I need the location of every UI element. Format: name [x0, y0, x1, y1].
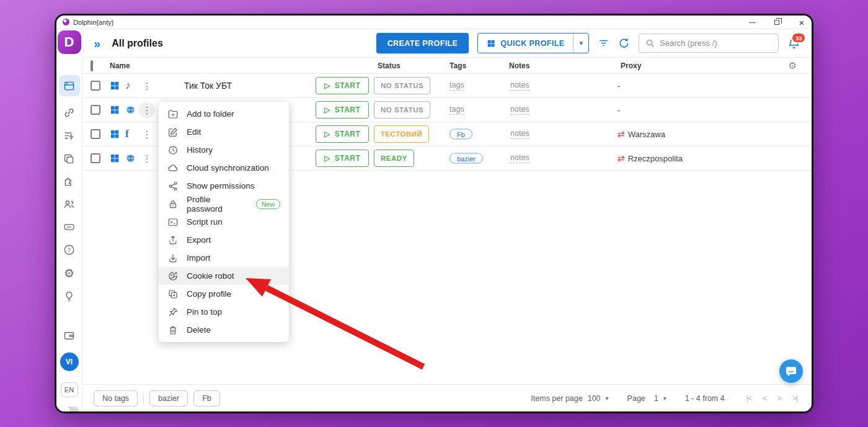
sidebar-item-help[interactable]: ? — [59, 240, 80, 259]
sidebar-item-profiles[interactable] — [59, 75, 80, 96]
row-checkbox[interactable] — [91, 105, 100, 115]
page-caret-icon[interactable]: ▾ — [663, 395, 666, 402]
row-menu-button[interactable]: ⋮ — [139, 126, 155, 142]
menu-item-add-to-folder[interactable]: Add to folder — [159, 105, 289, 123]
cloud-icon — [167, 163, 179, 174]
sidebar-item-automation[interactable] — [59, 127, 80, 145]
proxy-value: Warszawa — [628, 130, 665, 139]
column-tags[interactable]: Tags — [450, 61, 466, 70]
trash-icon — [167, 325, 179, 336]
column-name[interactable]: Name — [110, 61, 130, 70]
menu-item-cookie-robot[interactable]: Cookie robot — [159, 267, 289, 285]
page-value[interactable]: 1 — [654, 394, 658, 403]
start-button[interactable]: ▷START — [316, 77, 369, 94]
cookie-icon — [167, 271, 179, 282]
theme-toggle[interactable]: ☼ — [60, 407, 79, 413]
row-menu-button[interactable]: ⋮ — [139, 150, 155, 166]
table-footer: No tags bazier Fb Items per page 100 ▾ P… — [82, 384, 812, 411]
notes-placeholder[interactable]: notes — [510, 129, 529, 139]
prev-page-button[interactable]: < — [760, 394, 769, 403]
menu-item-history[interactable]: History — [159, 141, 289, 159]
expand-sidebar-icon[interactable]: » — [94, 37, 99, 50]
next-page-button[interactable]: > — [774, 394, 784, 403]
help-icon: ? — [63, 243, 76, 256]
proxy-value: - — [618, 106, 620, 115]
terminal-icon — [167, 217, 179, 228]
items-per-page-caret-icon[interactable]: ▾ — [606, 395, 609, 402]
start-button[interactable]: ▷START — [316, 125, 369, 143]
notes-placeholder[interactable]: notes — [510, 81, 529, 91]
notes-placeholder[interactable]: notes — [510, 153, 529, 163]
filter-chip-no-tags[interactable]: No tags — [94, 390, 138, 407]
sidebar-item-templates[interactable] — [59, 150, 80, 168]
refresh-button[interactable] — [618, 37, 630, 49]
column-notes[interactable]: Notes — [509, 61, 529, 70]
menu-item-delete[interactable]: Delete — [159, 321, 289, 339]
start-button[interactable]: ▷START — [316, 150, 369, 167]
tags-placeholder[interactable]: tags — [450, 81, 464, 91]
pin-icon — [167, 307, 179, 318]
search-input[interactable] — [660, 38, 772, 48]
quick-profile-dropdown[interactable]: ▾ — [573, 34, 588, 53]
wallet-icon — [63, 329, 76, 342]
row-checkbox[interactable] — [91, 81, 100, 91]
row-menu-button[interactable]: ⋮ — [139, 78, 155, 94]
notifications-button[interactable]: 33 — [787, 37, 800, 50]
menu-item-script-run[interactable]: Script run — [159, 213, 289, 231]
filter-icon — [598, 37, 609, 49]
user-avatar[interactable]: VI — [60, 353, 79, 371]
items-per-page-label: Items per page — [531, 394, 582, 403]
column-proxy[interactable]: Proxy — [621, 61, 641, 70]
sidebar-item-extensions[interactable] — [59, 172, 80, 191]
filter-chip-fb[interactable]: Fb — [193, 390, 220, 407]
create-profile-button[interactable]: CREATE PROFILE — [376, 33, 469, 53]
menu-item-cloud-sync[interactable]: Cloud synchronization — [159, 159, 289, 177]
sidebar-item-settings[interactable]: ⚙ — [59, 264, 80, 282]
notes-placeholder[interactable]: notes — [510, 105, 529, 115]
last-page-button[interactable]: >| — [789, 394, 800, 403]
sidebar-item-wallet[interactable] — [59, 326, 80, 344]
profile-name[interactable]: Тик Ток УБТ — [184, 81, 232, 91]
menu-item-edit[interactable]: Edit — [159, 123, 289, 141]
filter-chip-bazier[interactable]: bazier — [149, 390, 188, 407]
menu-item-profile-password[interactable]: Profile password New — [159, 195, 289, 213]
column-status[interactable]: Status — [378, 61, 401, 70]
sidebar-item-team[interactable] — [59, 194, 80, 213]
lightbulb-icon — [63, 289, 76, 302]
puzzle-icon — [63, 175, 76, 188]
quick-profile-button[interactable]: QUICK PROFILE ▾ — [477, 33, 589, 53]
sidebar-item-proxy[interactable] — [59, 103, 80, 122]
sidebar-item-ideas[interactable] — [59, 286, 80, 305]
table-settings-button[interactable]: ⚙ — [789, 60, 797, 71]
restore-button[interactable] — [772, 17, 782, 27]
minimize-button[interactable] — [747, 17, 757, 27]
menu-item-copy-profile[interactable]: Copy profile — [159, 285, 289, 303]
row-menu-button[interactable]: ⋮ — [139, 102, 155, 118]
dolphin-logo[interactable]: D — [58, 30, 81, 54]
globe-icon — [125, 153, 136, 164]
tag-chip[interactable]: Fb — [450, 129, 472, 140]
tag-chip[interactable]: bazier — [450, 153, 483, 164]
menu-item-pin-to-top[interactable]: Pin to top — [159, 303, 289, 321]
menu-item-import[interactable]: Import — [159, 249, 289, 267]
search-box[interactable] — [639, 34, 779, 53]
sidebar-item-api[interactable]: API — [59, 217, 80, 236]
close-button[interactable]: × — [797, 17, 807, 27]
tags-placeholder[interactable]: tags — [450, 105, 464, 115]
first-page-button[interactable]: |< — [743, 394, 755, 403]
filter-button[interactable] — [598, 37, 609, 49]
language-button[interactable]: EN — [61, 382, 78, 397]
start-button[interactable]: ▷START — [316, 101, 369, 119]
chat-widget-button[interactable] — [779, 359, 803, 383]
menu-item-show-permissions[interactable]: Show permissions — [159, 177, 289, 195]
play-icon: ▷ — [324, 81, 330, 90]
select-all-checkbox[interactable] — [91, 60, 93, 71]
quick-profile-label: QUICK PROFILE — [500, 39, 564, 48]
items-per-page-value[interactable]: 100 — [588, 394, 601, 403]
globe-icon — [125, 105, 136, 115]
row-checkbox[interactable] — [91, 153, 100, 163]
svg-text:?: ? — [68, 246, 71, 253]
menu-item-export[interactable]: Export — [159, 231, 289, 249]
app-window: Dolphin{anty} × D — [55, 14, 813, 413]
row-checkbox[interactable] — [91, 129, 100, 139]
